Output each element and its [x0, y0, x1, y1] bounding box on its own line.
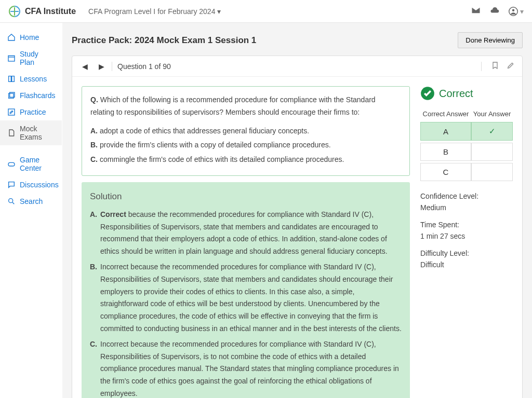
sidebar-item-flashcards[interactable]: Flashcards [0, 87, 62, 104]
svg-rect-5 [8, 109, 15, 115]
options-list: A.adopt a code of ethics that addresses … [90, 125, 401, 166]
solution-item-c: C. Incorrect because the recommended pro… [90, 338, 402, 398]
sidebar-item-discussions[interactable]: Discussions [0, 176, 62, 193]
chat-icon [7, 181, 16, 189]
question-box: Q. Which of the following is a recommend… [82, 86, 410, 176]
solution-heading: Solution [90, 189, 402, 204]
gamepad-icon [7, 160, 16, 168]
solution-box: Solution A. Correct because the recommen… [82, 182, 410, 398]
logo-icon [8, 5, 21, 18]
sidebar-item-label: Game Center [20, 156, 55, 172]
difficulty-label: Difficulty Level: [420, 248, 513, 259]
sidebar-item-label: Discussions [20, 181, 59, 189]
page-title: Practice Pack: 2024 Mock Exam 1 Session … [72, 35, 256, 46]
option-c: C.commingle the firm's code of ethics wi… [90, 154, 401, 166]
solution-item-a: A. Correct because the recommended proce… [90, 209, 402, 258]
sidebar-item-study-plan[interactable]: Study Plan [0, 46, 62, 71]
document-icon [7, 129, 16, 137]
question-counter: Question 1 of 90 [117, 62, 171, 71]
sidebar-item-label: Search [20, 197, 43, 205]
question-label: Q. [90, 95, 98, 104]
sidebar: Home Study Plan Lessons Flashcards Pract… [0, 23, 62, 398]
sidebar-item-search[interactable]: Search [0, 193, 62, 210]
bookmark-button[interactable] [491, 61, 499, 71]
svg-point-7 [9, 199, 13, 203]
cards-icon [7, 91, 16, 100]
sidebar-item-label: Practice [20, 108, 46, 116]
question-meta: Confidence Level: Medium Time Spent: 1 m… [420, 190, 513, 270]
sidebar-item-lessons[interactable]: Lessons [0, 71, 62, 87]
sidebar-item-label: Lessons [20, 75, 47, 83]
main-content: Practice Pack: 2024 Mock Exam 1 Session … [62, 23, 532, 398]
user-icon [509, 7, 518, 16]
svg-rect-2 [8, 56, 15, 61]
page-header: Practice Pack: 2024 Mock Exam 1 Session … [72, 32, 523, 48]
program-name-text: CFA Program Level I for February 2024 [88, 7, 215, 16]
program-selector[interactable]: CFA Program Level I for February 2024 ▾ [88, 7, 221, 16]
svg-point-1 [512, 9, 515, 11]
brand-logo[interactable]: CFA Institute [8, 5, 76, 18]
next-question-button[interactable]: ▶ [96, 62, 107, 71]
chevron-down-icon: ▾ [520, 7, 524, 16]
question-text: Which of the following is a recommended … [90, 95, 376, 116]
user-menu[interactable]: ▾ [509, 7, 524, 16]
answer-row-c: C [420, 163, 513, 181]
topbar-actions: ▾ [471, 6, 524, 17]
check-circle-icon [420, 86, 435, 101]
sidebar-item-label: Home [20, 33, 39, 42]
sidebar-item-label: Study Plan [20, 50, 55, 66]
sidebar-item-mock-exams[interactable]: Mock Exams [0, 120, 62, 145]
time-value: 1 min 27 secs [420, 230, 513, 242]
solution-item-b: B. Incorrect because the recommended pro… [90, 261, 402, 335]
search-icon [7, 197, 16, 205]
confidence-value: Medium [420, 202, 513, 213]
sidebar-item-game-center[interactable]: Game Center [0, 152, 62, 176]
sidebar-item-practice[interactable]: Practice [0, 104, 62, 120]
chevron-down-icon: ▾ [217, 7, 221, 16]
question-card: ◀ ▶ Question 1 of 90 Q. Which of the fol… [72, 56, 523, 398]
sidebar-item-home[interactable]: Home [0, 29, 62, 46]
book-icon [7, 75, 16, 83]
difficulty-value: Difficult [420, 259, 513, 270]
cloud-icon[interactable] [490, 6, 499, 17]
prev-question-button[interactable]: ◀ [79, 62, 90, 71]
correct-answer-header: Correct Answer [420, 110, 471, 120]
svg-rect-6 [8, 162, 15, 166]
edit-button[interactable] [507, 61, 515, 71]
pencil-square-icon [7, 108, 16, 116]
option-a: A.adopt a code of ethics that addresses … [90, 125, 401, 138]
mail-icon[interactable] [471, 6, 481, 17]
question-toolbar: ◀ ▶ Question 1 of 90 [72, 56, 522, 77]
answer-row-b: B [420, 143, 513, 161]
answer-table: Correct Answer Your Answer A ✓ B C [420, 108, 513, 183]
time-label: Time Spent: [420, 219, 513, 230]
confidence-label: Confidence Level: [420, 190, 513, 202]
brand-name: CFA Institute [25, 7, 76, 16]
answer-row-a: A ✓ [420, 122, 513, 141]
done-reviewing-button[interactable]: Done Reviewing [458, 32, 523, 48]
calendar-icon [7, 54, 16, 62]
home-icon [7, 33, 16, 42]
results-panel: Correct Correct Answer Your Answer A ✓ B [420, 86, 513, 276]
status-correct: Correct [420, 86, 513, 101]
your-answer-header: Your Answer [471, 110, 513, 120]
option-b: B.provide the firm's clients with a copy… [90, 139, 401, 152]
question-content: Q. Which of the following is a recommend… [82, 86, 410, 398]
sidebar-item-label: Flashcards [20, 91, 55, 100]
topbar: CFA Institute CFA Program Level I for Fe… [0, 0, 532, 23]
sidebar-item-label: Mock Exams [20, 125, 55, 141]
